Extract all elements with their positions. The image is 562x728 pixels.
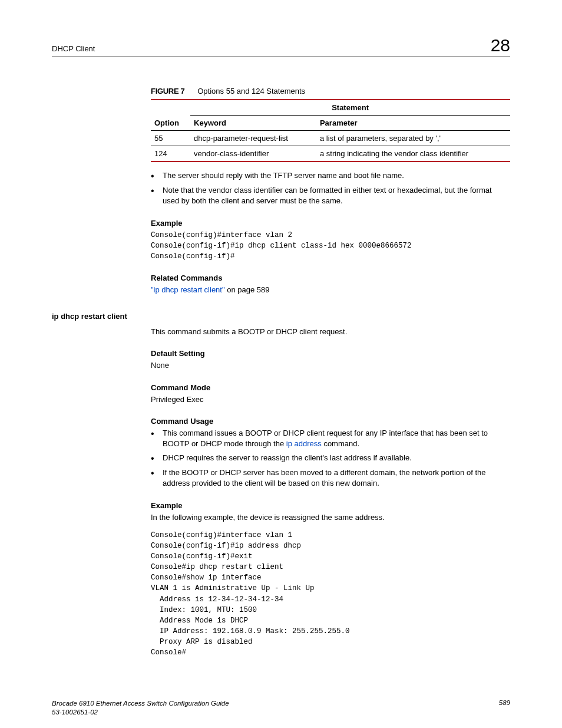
list-item: • This command issues a BOOTP or DHCP cl… — [151, 428, 510, 449]
options-table: Option Statement Keyword Parameter 55 dh… — [151, 99, 510, 162]
related-suffix: on page 589 — [225, 285, 270, 294]
list-item: • The server should reply with the TFTP … — [151, 170, 510, 182]
usage-heading: Command Usage — [151, 417, 510, 426]
note-text: Note that the vendor class identifier ca… — [163, 185, 510, 206]
notes-list: • The server should reply with the TFTP … — [151, 170, 510, 207]
related-heading: Related Commands — [151, 274, 510, 282]
usage-text: If the BOOTP or DHCP server has been mov… — [163, 467, 510, 489]
bullet-icon: • — [151, 453, 163, 464]
cell-option: 124 — [151, 146, 190, 162]
ip-address-link[interactable]: ip address — [286, 439, 322, 448]
cell-keyword: vendor-class-identifier — [190, 146, 316, 162]
cell-keyword: dhcp-parameter-request-list — [190, 131, 316, 146]
th-parameter: Parameter — [316, 116, 510, 131]
usage-text: This command issues a BOOTP or DHCP clie… — [163, 428, 510, 449]
usage-suffix: command. — [322, 439, 359, 448]
table-row: 55 dhcp-parameter-request-list a list of… — [151, 131, 510, 146]
bullet-icon: • — [151, 467, 163, 489]
th-statement: Statement — [190, 100, 510, 116]
example-heading: Example — [151, 219, 510, 228]
page-footer: Brocade 6910 Ethernet Access Switch Conf… — [52, 699, 510, 717]
section-title: ip dhcp restart client — [52, 312, 510, 321]
page-header: DHCP Client 28 — [52, 35, 510, 57]
cell-parameter: a list of parameters, separated by ',' — [316, 131, 510, 146]
list-item: • If the BOOTP or DHCP server has been m… — [151, 467, 510, 489]
bullet-icon: • — [151, 170, 163, 182]
figure-caption: FIGURE 7 Options 55 and 124 Statements — [151, 87, 510, 95]
list-item: • DHCP requires the server to reassign t… — [151, 453, 510, 464]
figure-title: Options 55 and 124 Statements — [197, 87, 305, 95]
code-block: Console(config)#interface vlan 2 Console… — [151, 230, 510, 262]
page-number: 589 — [499, 699, 510, 717]
example-intro: In the following example, the device is … — [151, 512, 510, 523]
footer-title: Brocade 6910 Ethernet Access Switch Conf… — [52, 699, 229, 708]
default-heading: Default Setting — [151, 349, 510, 358]
cell-option: 55 — [151, 131, 190, 146]
related-link[interactable]: "ip dhcp restart client" — [151, 285, 225, 294]
th-keyword: Keyword — [190, 116, 316, 131]
bullet-icon: • — [151, 428, 163, 449]
mode-heading: Command Mode — [151, 383, 510, 392]
bullet-icon: • — [151, 185, 163, 206]
mode-value: Privileged Exec — [151, 394, 510, 405]
usage-text: DHCP requires the server to reassign the… — [163, 453, 412, 464]
chapter-number: 28 — [491, 35, 510, 55]
default-value: None — [151, 360, 510, 371]
list-item: • Note that the vendor class identifier … — [151, 185, 510, 206]
footer-docnum: 53-1002651-02 — [52, 708, 229, 717]
related-link-line: "ip dhcp restart client" on page 589 — [151, 285, 510, 295]
table-row: 124 vendor-class-identifier a string ind… — [151, 146, 510, 162]
th-option: Option — [151, 100, 190, 131]
example-heading: Example — [151, 501, 510, 510]
figure-label: FIGURE 7 — [151, 87, 185, 95]
code-block: Console(config)#interface vlan 1 Console… — [151, 530, 510, 658]
section-intro: This command submits a BOOTP or DHCP cli… — [151, 327, 510, 337]
note-text: The server should reply with the TFTP se… — [163, 170, 404, 182]
cell-parameter: a string indicating the vendor class ide… — [316, 146, 510, 162]
header-title: DHCP Client — [52, 44, 95, 53]
